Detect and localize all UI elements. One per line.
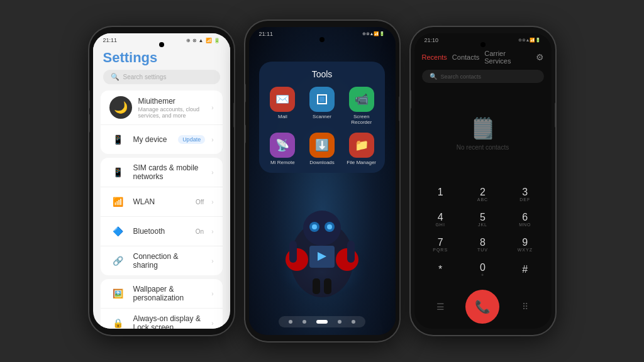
scanner-icon	[309, 87, 335, 112]
dialpad-icon: ⠿	[522, 302, 528, 312]
folder-app-downloads[interactable]: ⬇️ Downloads	[306, 133, 338, 165]
wlan-value: Off	[196, 199, 204, 206]
screenrec-icon: 📹	[349, 87, 374, 112]
tab-contacts[interactable]: Contacts	[452, 52, 479, 62]
folder-title: Tools	[267, 69, 377, 79]
sim-item[interactable]: 📱 SIM cards & mobile networks ›	[101, 158, 223, 187]
tab-carrier[interactable]: Carrier Services	[484, 48, 530, 66]
dial-row-1: 1 2 ABC 3 DEF	[419, 183, 547, 206]
dial-key-star[interactable]: *	[423, 258, 457, 281]
vol-up-button[interactable]	[245, 84, 246, 102]
downloads-icon: ⬇️	[309, 133, 335, 158]
bluetooth-item[interactable]: 🔷 Bluetooth On ›	[101, 217, 223, 246]
status-icons: ⊕ ⊗ ▲ 📶 🔋	[186, 38, 220, 43]
svg-point-8	[327, 224, 332, 229]
dial-key-2[interactable]: 2 ABC	[465, 183, 499, 206]
mail-icon: ✉️	[270, 87, 295, 112]
front-camera	[480, 42, 486, 47]
tab-recents[interactable]: Recents	[422, 52, 447, 62]
dial-key-6[interactable]: 6 MNO	[508, 208, 542, 231]
dial-row-3: 7 PQRS 8 TUV 9 WXYZ	[419, 233, 547, 256]
dock-dot-2	[303, 320, 306, 324]
front-camera	[159, 42, 164, 47]
dial-key-5[interactable]: 5 JKL	[465, 208, 499, 231]
svg-rect-1	[319, 97, 325, 102]
launcher-screen: 21:11 ⊕⊗▲📶🔋 Tools ✉️ Mail	[249, 27, 396, 335]
wallpaper-icon: 🖼️	[109, 285, 127, 302]
settings-title: Settings	[103, 50, 220, 66]
profile-card[interactable]: 🌙 Miuithemer Manage accounts, cloud serv…	[101, 90, 223, 154]
bluetooth-text: Bluetooth	[133, 227, 189, 236]
dial-key-7[interactable]: 7 PQRS	[423, 233, 457, 256]
dial-key-4[interactable]: 4 GHI	[423, 208, 457, 231]
folder-app-files[interactable]: 📁 File Manager	[345, 133, 377, 165]
folder-app-mail[interactable]: ✉️ Mail	[267, 87, 299, 125]
call-button[interactable]: 📞	[465, 290, 499, 324]
status-icons: ⊕⊗▲📶🔋	[362, 31, 386, 36]
my-device-item[interactable]: 📱 My device Update ›	[101, 125, 223, 154]
dial-row-4: * 0 + #	[419, 258, 547, 281]
folder-app-miremote[interactable]: 📡 Mi Remote	[267, 133, 299, 165]
menu-button[interactable]: ☰	[423, 290, 457, 324]
settings-header: Settings 🔍 Search settings	[93, 46, 230, 87]
aod-icon: 🔒	[109, 314, 127, 329]
no-recents-text: No recent contacts	[457, 144, 509, 151]
vol-down-button[interactable]	[245, 124, 246, 143]
vol-up-button[interactable]	[89, 90, 90, 109]
wallpaper-item[interactable]: 🖼️ Wallpaper & personalization ›	[101, 279, 223, 309]
dial-bottom: ☰ 📞 ⠿	[414, 286, 552, 329]
svg-rect-14	[313, 278, 320, 294]
aod-text: Always-on display & Lock screen	[133, 314, 206, 329]
wallpaper-label: Wallpaper & personalization	[133, 285, 206, 302]
folder-app-scanner[interactable]: Scanner	[306, 87, 338, 125]
wlan-label: WLAN	[133, 197, 190, 206]
power-button[interactable]	[399, 96, 399, 121]
svg-point-7	[312, 224, 317, 229]
dial-key-1[interactable]: 1	[423, 183, 457, 206]
chevron-icon: ›	[211, 258, 213, 265]
settings-content: 🌙 Miuithemer Manage accounts, cloud serv…	[93, 87, 230, 329]
phone-1-screen: 21:11 ⊕ ⊗ ▲ 📶 🔋 Settings 🔍 Search settin…	[93, 33, 230, 329]
dial-key-0[interactable]: 0 +	[465, 258, 499, 281]
connection-text: Connection & sharing	[133, 252, 206, 270]
device-icon: 📱	[109, 131, 127, 148]
dial-key-hash[interactable]: #	[508, 258, 542, 281]
wlan-item[interactable]: 📶 WLAN Off ›	[101, 187, 223, 217]
dial-key-3[interactable]: 3 DEF	[508, 183, 542, 206]
robot-figure	[259, 178, 385, 304]
no-recents-icon: 🗒️	[470, 116, 496, 140]
settings-icon[interactable]: ⚙	[536, 52, 544, 62]
power-button[interactable]	[555, 102, 555, 128]
profile-subtitle: Manage accounts, cloud services, and mor…	[138, 106, 206, 119]
power-button[interactable]	[233, 102, 234, 128]
recents-area: 🗒️ No recent contacts	[414, 87, 552, 180]
profile-item[interactable]: 🌙 Miuithemer Manage accounts, cloud serv…	[101, 90, 223, 125]
files-icon: 📁	[349, 133, 374, 158]
folder-app-screenrec[interactable]: 📹 Screen Recorder	[345, 87, 377, 125]
profile-text: Miuithemer Manage accounts, cloud servic…	[138, 97, 206, 119]
contacts-search[interactable]: 🔍 Search contacts	[422, 70, 544, 83]
personalization-card: 🖼️ Wallpaper & personalization › 🔒 Alway…	[101, 279, 223, 329]
connectivity-card: 📱 SIM cards & mobile networks › 📶 WLAN	[101, 158, 223, 275]
vol-down-button[interactable]	[89, 114, 90, 133]
dial-key-9[interactable]: 9 WXYZ	[508, 233, 542, 256]
phone-icon: 📞	[475, 299, 491, 314]
wlan-icon: 📶	[109, 193, 127, 211]
vol-up-button[interactable]	[411, 90, 411, 109]
chevron-icon: ›	[211, 290, 213, 297]
settings-search[interactable]: 🔍 Search settings	[103, 70, 220, 84]
connection-sharing-item[interactable]: 🔗 Connection & sharing ›	[101, 246, 223, 275]
time: 21:11	[259, 31, 274, 37]
dialer-screen: 21:10 ⊕⊗▲📶🔋 Recents Contacts Carrier Ser…	[414, 33, 552, 329]
time: 21:11	[103, 37, 118, 43]
aod-item[interactable]: 🔒 Always-on display & Lock screen ›	[101, 309, 223, 329]
search-placeholder: Search contacts	[441, 74, 482, 80]
menu-icon: ☰	[436, 302, 445, 312]
wlan-text: WLAN	[133, 197, 190, 206]
screenrec-label: Screen Recorder	[345, 114, 377, 125]
dial-key-8[interactable]: 8 TUV	[465, 233, 499, 256]
svg-point-4	[303, 211, 341, 246]
miremote-label: Mi Remote	[270, 160, 295, 165]
dial-pad: 1 2 ABC 3 DEF	[414, 180, 552, 286]
dialpad-button[interactable]: ⠿	[508, 290, 542, 324]
